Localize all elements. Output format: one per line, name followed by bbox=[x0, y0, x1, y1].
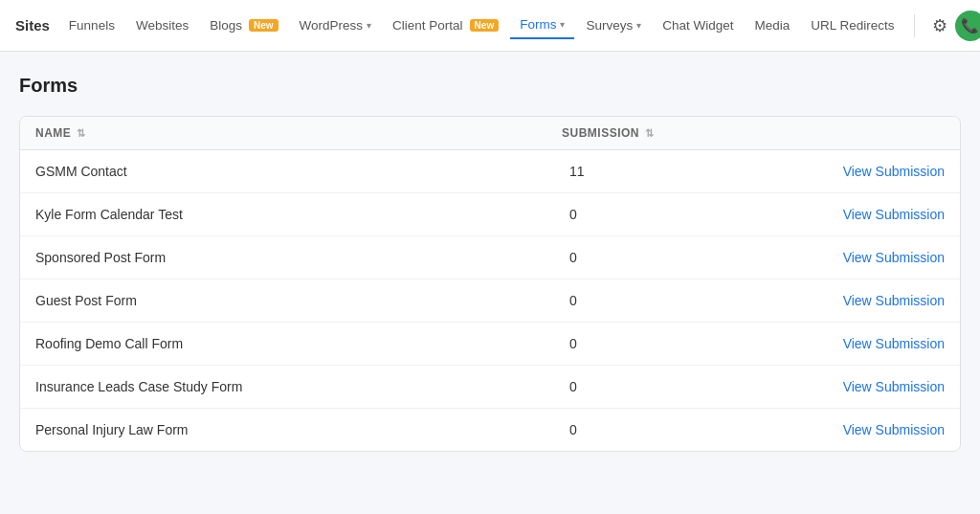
nav-item-label-url-redirects: URL Redirects bbox=[811, 18, 894, 33]
cell-submission-count: 0 bbox=[562, 207, 753, 222]
view-submission-button[interactable]: View Submission bbox=[843, 250, 945, 265]
cell-submission-count: 0 bbox=[562, 336, 753, 351]
cell-form-name: Insurance Leads Case Study Form bbox=[35, 379, 562, 394]
cell-form-name: Roofing Demo Call Form bbox=[35, 336, 562, 351]
nav-item-label-surveys: Surveys bbox=[586, 18, 633, 33]
table-row: Sponsored Post Form0View Submission bbox=[20, 236, 960, 279]
table-row: Kyle Form Calendar Test0View Submission bbox=[20, 193, 960, 236]
view-submission-button[interactable]: View Submission bbox=[843, 293, 945, 308]
nav-item-label-forms: Forms bbox=[520, 17, 556, 32]
cell-form-name: GSMM Contact bbox=[35, 164, 562, 179]
cell-submission-count: 11 bbox=[562, 164, 753, 179]
sort-icon-submission: ⇅ bbox=[645, 127, 655, 140]
cell-form-name: Kyle Form Calendar Test bbox=[35, 207, 562, 222]
nav-item-url-redirects[interactable]: URL Redirects bbox=[801, 12, 903, 38]
cell-form-name: Sponsored Post Form bbox=[35, 250, 562, 265]
dropdown-arrow-wordpress: ▾ bbox=[367, 20, 371, 31]
cell-submission-count: 0 bbox=[562, 422, 753, 437]
table-header: NAME ⇅ SUBMISSION ⇅ bbox=[20, 117, 960, 150]
top-nav: Sites FunnelsWebsitesBlogsNewWordPress▾C… bbox=[0, 0, 980, 52]
gear-icon[interactable]: ⚙ bbox=[924, 11, 955, 41]
nav-right: 📞 📢 🔔 ? KK bbox=[955, 11, 980, 41]
nav-divider bbox=[914, 14, 915, 37]
cell-action: View Submission bbox=[753, 336, 945, 351]
col-name: NAME ⇅ bbox=[35, 126, 562, 140]
nav-item-label-client-portal: Client Portal bbox=[392, 18, 463, 33]
dropdown-arrow-forms: ▾ bbox=[560, 19, 565, 30]
table-body: GSMM Contact11View SubmissionKyle Form C… bbox=[20, 150, 960, 451]
view-submission-button[interactable]: View Submission bbox=[843, 336, 945, 351]
nav-item-chat-widget[interactable]: Chat Widget bbox=[653, 12, 743, 38]
nav-item-wordpress[interactable]: WordPress▾ bbox=[290, 12, 382, 38]
main-content: Forms NAME ⇅ SUBMISSION ⇅ GSMM Contact11… bbox=[0, 52, 980, 475]
table-row: GSMM Contact11View Submission bbox=[20, 150, 960, 193]
view-submission-button[interactable]: View Submission bbox=[843, 422, 945, 437]
cell-action: View Submission bbox=[753, 164, 945, 179]
cell-submission-count: 0 bbox=[562, 379, 753, 394]
nav-item-media[interactable]: Media bbox=[745, 12, 799, 38]
nav-item-label-websites: Websites bbox=[136, 18, 189, 33]
cell-action: View Submission bbox=[753, 250, 945, 265]
cell-action: View Submission bbox=[753, 379, 945, 394]
cell-submission-count: 0 bbox=[562, 250, 753, 265]
new-badge-client-portal: New bbox=[470, 19, 500, 32]
cell-form-name: Personal Injury Law Form bbox=[35, 422, 562, 437]
cell-submission-count: 0 bbox=[562, 293, 753, 308]
dropdown-arrow-surveys: ▾ bbox=[636, 20, 641, 31]
table-row: Guest Post Form0View Submission bbox=[20, 279, 960, 323]
view-submission-button[interactable]: View Submission bbox=[843, 379, 945, 394]
nav-item-label-media: Media bbox=[754, 18, 790, 33]
cell-action: View Submission bbox=[753, 422, 945, 437]
nav-item-blogs[interactable]: BlogsNew bbox=[200, 12, 287, 38]
nav-item-websites[interactable]: Websites bbox=[126, 12, 198, 38]
table-row: Personal Injury Law Form0View Submission bbox=[20, 409, 960, 451]
page-title: Forms bbox=[19, 75, 961, 97]
phone-icon[interactable]: 📞 bbox=[955, 11, 980, 41]
nav-left: Sites FunnelsWebsitesBlogsNewWordPress▾C… bbox=[15, 11, 955, 41]
nav-item-funnels[interactable]: Funnels bbox=[59, 12, 124, 38]
view-submission-button[interactable]: View Submission bbox=[843, 207, 945, 222]
nav-item-client-portal[interactable]: Client PortalNew bbox=[383, 12, 508, 38]
forms-table: NAME ⇅ SUBMISSION ⇅ GSMM Contact11View S… bbox=[19, 116, 961, 452]
nav-item-surveys[interactable]: Surveys▾ bbox=[576, 12, 651, 38]
sort-icon-name: ⇅ bbox=[77, 127, 86, 140]
cell-action: View Submission bbox=[753, 293, 945, 308]
sites-label: Sites bbox=[15, 17, 50, 34]
nav-item-label-funnels: Funnels bbox=[69, 18, 115, 33]
view-submission-button[interactable]: View Submission bbox=[843, 164, 945, 179]
table-row: Roofing Demo Call Form0View Submission bbox=[20, 323, 960, 366]
col-action bbox=[753, 126, 945, 140]
nav-item-label-chat-widget: Chat Widget bbox=[662, 18, 733, 33]
nav-item-label-blogs: Blogs bbox=[210, 18, 242, 33]
nav-item-forms[interactable]: Forms▾ bbox=[510, 11, 574, 39]
table-row: Insurance Leads Case Study Form0View Sub… bbox=[20, 366, 960, 409]
cell-action: View Submission bbox=[753, 207, 945, 222]
col-submission: SUBMISSION ⇅ bbox=[562, 126, 753, 140]
cell-form-name: Guest Post Form bbox=[35, 293, 562, 308]
nav-item-label-wordpress: WordPress bbox=[300, 18, 364, 33]
new-badge-blogs: New bbox=[249, 19, 278, 32]
